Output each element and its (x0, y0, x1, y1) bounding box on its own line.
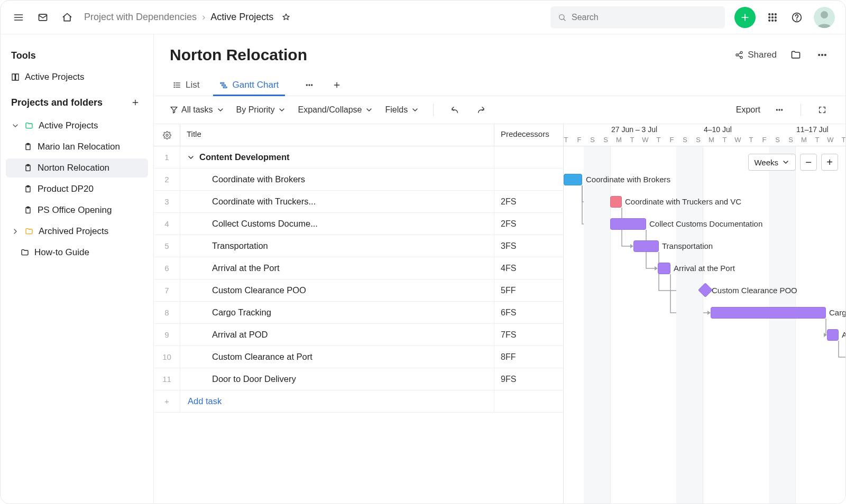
gantt-bar[interactable] (658, 263, 670, 274)
gantt-bar[interactable] (610, 218, 646, 230)
sidebar-projects-title: Projects and folders (6, 89, 148, 114)
fields[interactable]: Fields (385, 105, 419, 115)
svg-line-37 (738, 55, 741, 57)
expand-collapse[interactable]: Expand/Collapse (298, 105, 373, 115)
svg-point-14 (769, 20, 770, 21)
svg-point-16 (775, 20, 777, 21)
home-icon[interactable] (60, 10, 75, 25)
table-row[interactable]: 5Transportation3FS (154, 235, 563, 257)
svg-point-12 (772, 16, 774, 18)
sidebar-project-1[interactable]: Norton Relocation (6, 158, 148, 178)
gantt-bar[interactable] (711, 307, 826, 319)
table-row[interactable]: 1Content Development (154, 146, 563, 169)
search-icon (558, 13, 566, 22)
tab-more-icon[interactable] (302, 78, 317, 92)
sort-by-priority[interactable]: By Priority (236, 105, 287, 115)
menu-icon[interactable] (11, 10, 26, 25)
chevron-right-icon (11, 227, 20, 236)
add-folder-icon[interactable] (128, 95, 143, 110)
search-input[interactable] (550, 6, 725, 29)
table-row[interactable]: 3Coordinate with Truckers...2FS (154, 191, 563, 213)
sidebar-tools-active-projects[interactable]: Active Projects (6, 68, 148, 87)
svg-point-59 (166, 134, 168, 136)
toolbar-more-icon[interactable] (772, 102, 787, 117)
help-icon[interactable] (789, 10, 804, 25)
zoom-out-button[interactable]: − (800, 154, 817, 171)
gantt-bar[interactable] (610, 196, 622, 208)
export-button[interactable]: Export (736, 105, 760, 115)
timeline[interactable]: 27 Jun – 3 Jul4–10 Jul11–17 Jul18–24 Jul… (564, 124, 845, 503)
svg-point-40 (825, 54, 826, 56)
fullscreen-icon[interactable] (815, 102, 830, 117)
svg-point-58 (781, 109, 783, 110)
gantt-bar[interactable] (633, 240, 659, 252)
more-icon[interactable] (815, 48, 830, 62)
svg-point-45 (174, 85, 174, 85)
svg-point-20 (821, 11, 828, 18)
sidebar-folder-active[interactable]: Active Projects (6, 116, 148, 135)
table-row[interactable]: 7Custom Clearance POO5FF (154, 279, 563, 302)
zoom-select[interactable]: Weeks (748, 154, 796, 171)
svg-line-5 (564, 18, 565, 20)
gantt-bar-label: Transportation (662, 241, 713, 250)
svg-point-57 (779, 109, 780, 110)
search-field[interactable] (572, 13, 718, 22)
avatar[interactable] (814, 7, 835, 28)
svg-point-11 (769, 16, 770, 18)
breadcrumb-root[interactable]: Project with Dependencies (84, 12, 197, 23)
apps-icon[interactable] (765, 10, 780, 25)
svg-point-46 (174, 87, 174, 87)
pin-icon[interactable] (279, 10, 293, 25)
chevron-down-icon (365, 106, 373, 114)
share-icon (735, 51, 743, 59)
page-title: Norton Relocation (170, 46, 307, 64)
add-button[interactable] (734, 7, 756, 28)
sidebar-project-2[interactable]: Product DP20 (6, 180, 148, 199)
svg-point-44 (174, 82, 174, 83)
chevron-down-icon (781, 158, 790, 166)
zoom-in-button[interactable]: + (821, 154, 838, 171)
svg-point-52 (311, 85, 312, 86)
table-row[interactable]: 4Collect Customs Docume...2FS (154, 213, 563, 235)
breadcrumb-current[interactable]: Active Projects (210, 12, 273, 23)
shared-button[interactable]: Shared (735, 50, 777, 60)
tab-gantt[interactable]: Gantt Chart (217, 74, 281, 96)
svg-point-39 (822, 54, 823, 56)
grid-col-predecessors[interactable]: Predecessors (494, 124, 563, 146)
grid-settings-icon[interactable] (154, 124, 180, 146)
gantt-bar[interactable] (827, 329, 839, 341)
sidebar-project-0[interactable]: Mario Ian Relocation (6, 137, 148, 156)
table-row[interactable]: 8Cargo Tracking6FS (154, 302, 563, 324)
undo-icon[interactable] (447, 102, 462, 117)
add-tab-icon[interactable] (329, 78, 344, 92)
svg-point-38 (819, 54, 820, 56)
gantt-bar-label: Arrival at POD (842, 330, 845, 339)
svg-rect-48 (222, 85, 226, 86)
table-row[interactable]: 9Arrival at POD7FS (154, 324, 563, 346)
folder-action-icon[interactable] (788, 48, 803, 62)
sidebar-folder-howto[interactable]: How-to Guide (6, 243, 148, 262)
gantt-bar-label: Collect Customs Documentation (649, 219, 762, 228)
sidebar-project-3[interactable]: PS Office Opening (6, 201, 148, 220)
table-row[interactable]: 2Coordinate with Brokers (154, 169, 563, 191)
svg-point-56 (776, 109, 777, 110)
add-task-row[interactable]: +Add task (154, 390, 563, 413)
grid-col-title[interactable]: Title (180, 124, 494, 146)
redo-icon[interactable] (474, 102, 489, 117)
gantt-bar-label: Custom Clearance POO (712, 286, 797, 295)
gantt-bar-label: Arrival at the Port (674, 264, 735, 273)
sidebar-folder-archived[interactable]: Archived Projects (6, 222, 148, 241)
svg-point-15 (772, 20, 774, 21)
svg-line-36 (738, 53, 741, 54)
chevron-down-icon (278, 106, 286, 114)
table-row[interactable]: 10Custom Clearance at Port8FF (154, 346, 563, 368)
tab-list[interactable]: List (171, 74, 201, 96)
svg-marker-55 (171, 107, 177, 113)
filter-all-tasks[interactable]: All tasks (170, 105, 225, 115)
table-row[interactable]: 6Arrival at the Port4FS (154, 257, 563, 279)
grid-icon (11, 73, 20, 81)
svg-point-51 (309, 85, 310, 86)
table-row[interactable]: 11Door to Door Delivery9FS (154, 368, 563, 390)
mail-icon[interactable] (35, 10, 50, 25)
gantt-bar[interactable] (564, 174, 582, 185)
